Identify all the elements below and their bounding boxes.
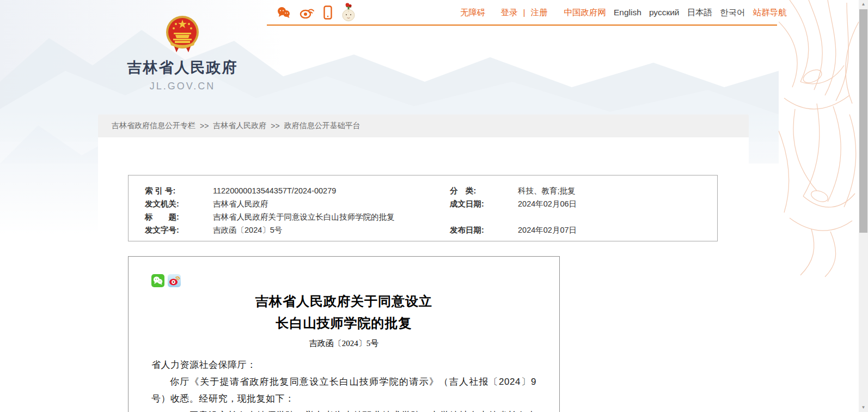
meta-label-doc-number: 发文字号:	[145, 225, 213, 235]
floral-pattern-art	[779, 0, 859, 278]
document-meta-table: 索 引 号: 11220000013544357T/2024-00279 分 类…	[128, 175, 718, 241]
page: ▲ ▼	[0, 0, 868, 412]
document-number: 吉政函〔2024〕5号	[151, 338, 536, 349]
document-title-line2: 长白山技师学院的批复	[151, 314, 536, 332]
wechat-icon[interactable]	[277, 7, 291, 19]
meta-label-publish-date: 发布日期:	[450, 225, 518, 235]
mascot-icon[interactable]	[341, 2, 356, 23]
lang-japanese-link[interactable]: 日本語	[687, 7, 713, 19]
meta-label-signing-date: 成文日期:	[450, 199, 518, 209]
login-link[interactable]: 登录	[501, 7, 518, 19]
document-paragraph-salutation: 省人力资源社会保障厅：	[151, 356, 536, 373]
weibo-icon[interactable]	[299, 7, 315, 19]
meta-value-issuing-agency: 吉林省人民政府	[213, 199, 450, 209]
lang-russian-link[interactable]: русский	[649, 8, 680, 17]
site-nav-link[interactable]: 站群导航	[753, 7, 787, 19]
topbar-links: 无障碍 登录 | 注册 中国政府网 English русский 日本語 한국…	[460, 0, 777, 25]
document-body-panel: 吉林省人民政府关于同意设立 长白山技师学院的批复 吉政函〔2024〕5号 省人力…	[128, 256, 560, 412]
document-paragraph-item1: 一、同意设立长白山技师学院。举办者为吉林职业技术学院，办学地址在吉林省长白山保护…	[151, 407, 536, 412]
topbar-social-icons	[277, 0, 356, 25]
weibo-share-icon[interactable]	[168, 274, 181, 287]
meta-row-doc-number: 发文字号: 吉政函〔2024〕5号 发布日期: 2024年02月07日	[145, 223, 717, 237]
site-title: 吉林省人民政府	[125, 58, 240, 77]
meta-value-doc-number: 吉政函〔2024〕5号	[213, 225, 450, 235]
mobile-icon[interactable]	[323, 5, 332, 20]
breadcrumb-item-opengov[interactable]: 吉林省政府信息公开专栏	[112, 121, 195, 131]
breadcrumb: 吉林省政府信息公开专栏 >> 吉林省人民政府 >> 政府信息公开基础平台	[98, 114, 749, 137]
document-title-line1: 吉林省人民政府关于同意设立	[151, 293, 536, 310]
site-logo[interactable]: 吉林省人民政府 JL.GOV.CN	[125, 15, 240, 92]
scrollbar-down-icon[interactable]: ▼	[859, 403, 868, 412]
wechat-share-icon[interactable]	[151, 274, 164, 287]
breadcrumb-separator: >>	[271, 122, 279, 130]
meta-row-issuer: 发文机关: 吉林省人民政府 成文日期: 2024年02月06日	[145, 197, 717, 210]
share-icons-row	[151, 274, 536, 287]
meta-value-index-number: 11220000013544357T/2024-00279	[213, 186, 450, 195]
main-content-panel: 索 引 号: 11220000013544357T/2024-00279 分 类…	[98, 137, 749, 412]
scrollbar[interactable]: ▲ ▼	[859, 0, 868, 412]
accessibility-link[interactable]: 无障碍	[460, 7, 486, 19]
gov-cn-link[interactable]: 中国政府网	[564, 7, 607, 19]
meta-row-title: 标 题: 吉林省人民政府关于同意设立长白山技师学院的批复	[145, 210, 717, 223]
meta-value-title: 吉林省人民政府关于同意设立长白山技师学院的批复	[213, 212, 450, 222]
meta-value-signing-date: 2024年02月06日	[518, 199, 717, 209]
meta-label-category: 分 类:	[450, 186, 518, 196]
document-paragraph-intro: 你厅《关于提请省政府批复同意设立长白山技师学院的请示》（吉人社报〔2024〕9号…	[151, 373, 536, 407]
breadcrumb-item-platform: 政府信息公开基础平台	[284, 121, 360, 131]
meta-value-publish-date: 2024年02月07日	[518, 225, 717, 235]
document-text: 省人力资源社会保障厅： 你厅《关于提请省政府批复同意设立长白山技师学院的请示》（…	[151, 356, 536, 412]
meta-label-issuing-agency: 发文机关:	[145, 199, 213, 209]
breadcrumb-separator: >>	[200, 122, 209, 130]
scrollbar-thumb[interactable]	[859, 9, 867, 233]
site-domain: JL.GOV.CN	[125, 81, 240, 92]
meta-row-index: 索 引 号: 11220000013544357T/2024-00279 分 类…	[145, 184, 717, 197]
meta-value-category: 科技、教育;批复	[518, 186, 717, 196]
register-link[interactable]: 注册	[531, 7, 548, 19]
meta-label-title: 标 题:	[145, 212, 213, 222]
lang-korean-link[interactable]: 한국어	[720, 7, 745, 19]
scrollbar-up-icon[interactable]: ▲	[859, 0, 868, 9]
login-register-divider: |	[523, 8, 525, 17]
meta-label-index-number: 索 引 号:	[145, 186, 213, 196]
national-emblem-icon	[166, 15, 199, 53]
lang-english-link[interactable]: English	[614, 8, 641, 17]
breadcrumb-item-government[interactable]: 吉林省人民政府	[213, 121, 266, 131]
